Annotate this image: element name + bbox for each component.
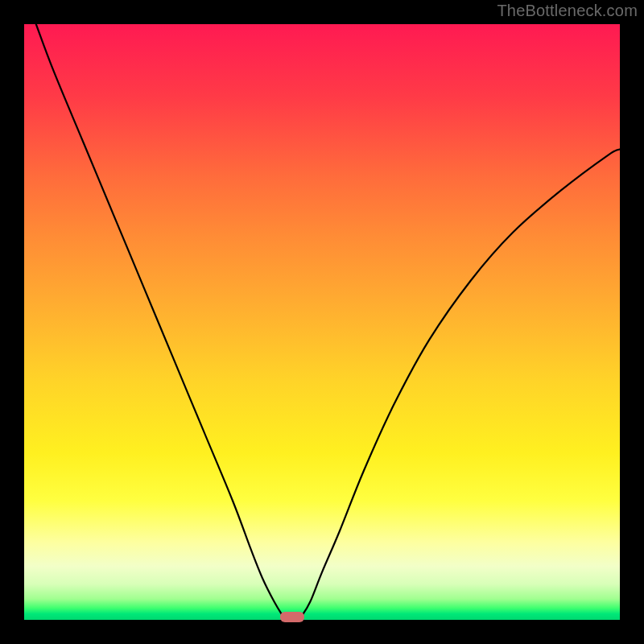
minimum-marker xyxy=(280,612,304,622)
watermark-text: TheBottleneck.com xyxy=(497,2,638,20)
plot-area xyxy=(24,24,620,620)
bottleneck-curve xyxy=(24,24,620,620)
curve-right-branch xyxy=(301,149,620,617)
chart-frame: TheBottleneck.com xyxy=(0,0,644,644)
curve-left-branch xyxy=(36,24,283,617)
